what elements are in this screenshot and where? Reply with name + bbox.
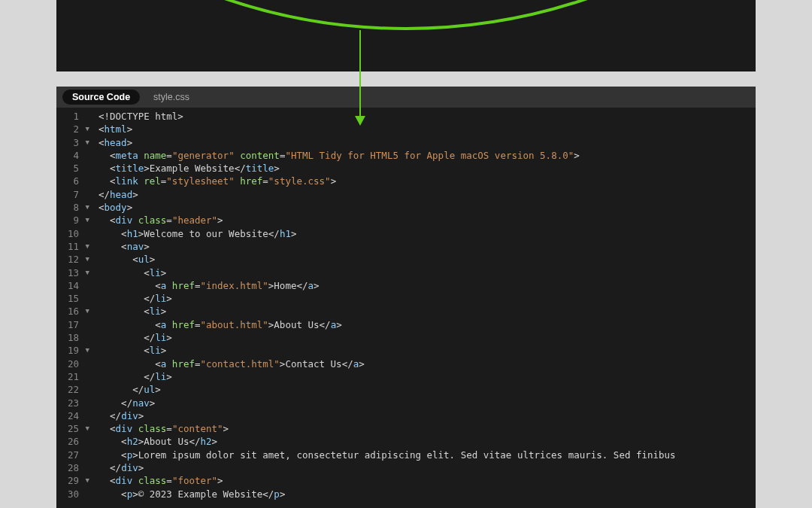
line-number: 8▼ — [56, 201, 89, 214]
code-line[interactable]: </nav> — [98, 397, 756, 409]
code-line[interactable]: </div> — [98, 461, 756, 474]
line-number: 24 — [56, 409, 89, 422]
code-line[interactable]: <body> — [98, 201, 756, 214]
line-number: 9▼ — [56, 214, 89, 227]
code-line[interactable]: <a href="index.html">Home</a> — [98, 279, 756, 292]
line-number: 3▼ — [56, 136, 89, 149]
line-number: 22 — [56, 383, 89, 396]
code-line[interactable]: <li> — [98, 344, 756, 357]
code-line[interactable]: <div class="footer"> — [98, 474, 756, 487]
code-line[interactable]: <div class="header"> — [98, 214, 756, 227]
line-number: 11▼ — [56, 240, 89, 253]
preview-panel — [56, 0, 756, 71]
fold-toggle-icon[interactable]: ▼ — [82, 201, 89, 214]
code-line[interactable]: <li> — [98, 266, 756, 279]
arrow-down-icon — [359, 30, 361, 124]
line-number: 21 — [56, 370, 89, 383]
fold-toggle-icon[interactable]: ▼ — [82, 123, 89, 135]
code-line[interactable]: <title>Example Website</title> — [98, 162, 756, 175]
line-number: 30 — [56, 488, 89, 500]
fold-toggle-icon[interactable]: ▼ — [82, 253, 89, 266]
line-number: 28 — [56, 461, 89, 474]
line-number: 26 — [56, 435, 89, 448]
line-number: 29▼ — [56, 474, 89, 487]
code-line[interactable]: <a href="about.html">About Us</a> — [98, 318, 756, 331]
code-line[interactable]: </li> — [98, 292, 756, 305]
tab-style-css[interactable]: style.css — [143, 89, 200, 105]
code-line[interactable]: <a href="contact.html">Contact Us</a> — [98, 357, 756, 370]
code-line[interactable]: <nav> — [98, 240, 756, 253]
code-line[interactable]: <!DOCTYPE html> — [98, 110, 756, 123]
line-number: 16▼ — [56, 305, 89, 318]
line-number: 14 — [56, 279, 89, 292]
curve-decoration-icon — [56, 0, 756, 30]
code-line[interactable]: <html> — [98, 123, 756, 135]
code-line[interactable]: </li> — [98, 331, 756, 344]
code-line[interactable]: </div> — [98, 409, 756, 422]
editor-tabs: Source Code style.css — [56, 87, 756, 108]
line-number: 6 — [56, 175, 89, 187]
fold-toggle-icon[interactable]: ▼ — [82, 344, 89, 357]
code-area[interactable]: 12▼3▼45678▼9▼1011▼12▼13▼141516▼171819▼20… — [56, 108, 756, 508]
fold-toggle-icon[interactable]: ▼ — [82, 305, 89, 318]
fold-toggle-icon[interactable]: ▼ — [82, 474, 89, 487]
code-content[interactable]: <!DOCTYPE html><html><head> <meta name="… — [94, 108, 756, 508]
line-number: 15 — [56, 292, 89, 305]
fold-toggle-icon[interactable]: ▼ — [82, 422, 89, 435]
code-line[interactable]: <ul> — [98, 253, 756, 266]
line-number: 2▼ — [56, 123, 89, 135]
line-number: 13▼ — [56, 266, 89, 279]
code-line[interactable]: </li> — [98, 370, 756, 383]
code-line[interactable]: <h2>About Us</h2> — [98, 435, 756, 448]
code-line[interactable]: <p>© 2023 Example Website</p> — [98, 488, 756, 500]
tab-source-code[interactable]: Source Code — [62, 90, 140, 105]
code-line[interactable]: <meta name="generator" content="HTML Tid… — [98, 149, 756, 162]
code-line[interactable]: <link rel="stylesheet" href="style.css"> — [98, 175, 756, 187]
code-line[interactable]: <h1>Welcome to our Website</h1> — [98, 227, 756, 240]
line-number: 7 — [56, 188, 89, 201]
code-line[interactable]: <li> — [98, 305, 756, 318]
fold-toggle-icon[interactable]: ▼ — [82, 240, 89, 253]
line-number: 25▼ — [56, 422, 89, 435]
code-line[interactable]: <div class="content"> — [98, 422, 756, 435]
line-number: 4 — [56, 149, 89, 162]
code-line[interactable]: </head> — [98, 188, 756, 201]
line-number: 12▼ — [56, 253, 89, 266]
line-number: 1 — [56, 110, 89, 123]
line-number: 27 — [56, 449, 89, 461]
fold-toggle-icon[interactable]: ▼ — [82, 266, 89, 279]
line-number: 10 — [56, 227, 89, 240]
fold-toggle-icon[interactable]: ▼ — [82, 214, 89, 227]
fold-toggle-icon[interactable]: ▼ — [82, 136, 89, 149]
line-number: 18 — [56, 331, 89, 344]
line-number: 17 — [56, 318, 89, 331]
code-line[interactable]: <p>Lorem ipsum dolor sit amet, consectet… — [98, 449, 756, 461]
line-number: 19▼ — [56, 344, 89, 357]
line-number-gutter: 12▼3▼45678▼9▼1011▼12▼13▼141516▼171819▼20… — [56, 108, 94, 508]
line-number: 23 — [56, 397, 89, 409]
code-editor-panel: Source Code style.css 12▼3▼45678▼9▼1011▼… — [56, 87, 756, 508]
code-line[interactable]: </ul> — [98, 383, 756, 396]
line-number: 5 — [56, 162, 89, 175]
code-line[interactable]: <head> — [98, 136, 756, 149]
line-number: 20 — [56, 357, 89, 370]
